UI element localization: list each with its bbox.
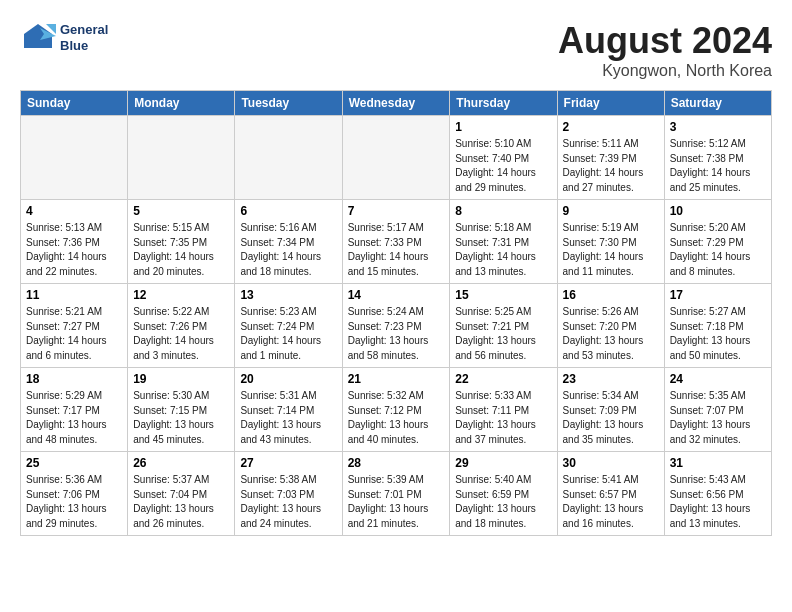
calendar-cell: 30Sunrise: 5:41 AM Sunset: 6:57 PM Dayli… <box>557 452 664 536</box>
day-info: Sunrise: 5:38 AM Sunset: 7:03 PM Dayligh… <box>240 473 336 531</box>
day-info: Sunrise: 5:18 AM Sunset: 7:31 PM Dayligh… <box>455 221 551 279</box>
weekday-header: Wednesday <box>342 91 450 116</box>
logo-icon <box>20 20 56 56</box>
calendar-cell: 22Sunrise: 5:33 AM Sunset: 7:11 PM Dayli… <box>450 368 557 452</box>
day-number: 13 <box>240 288 336 302</box>
calendar-cell: 15Sunrise: 5:25 AM Sunset: 7:21 PM Dayli… <box>450 284 557 368</box>
day-info: Sunrise: 5:11 AM Sunset: 7:39 PM Dayligh… <box>563 137 659 195</box>
month-title: August 2024 <box>558 20 772 62</box>
calendar-cell: 23Sunrise: 5:34 AM Sunset: 7:09 PM Dayli… <box>557 368 664 452</box>
calendar-cell <box>342 116 450 200</box>
logo-line2: Blue <box>60 38 108 54</box>
day-info: Sunrise: 5:17 AM Sunset: 7:33 PM Dayligh… <box>348 221 445 279</box>
day-info: Sunrise: 5:24 AM Sunset: 7:23 PM Dayligh… <box>348 305 445 363</box>
calendar-table: SundayMondayTuesdayWednesdayThursdayFrid… <box>20 90 772 536</box>
title-block: August 2024 Kyongwon, North Korea <box>558 20 772 80</box>
day-number: 26 <box>133 456 229 470</box>
calendar-cell: 29Sunrise: 5:40 AM Sunset: 6:59 PM Dayli… <box>450 452 557 536</box>
day-info: Sunrise: 5:20 AM Sunset: 7:29 PM Dayligh… <box>670 221 766 279</box>
calendar-cell: 20Sunrise: 5:31 AM Sunset: 7:14 PM Dayli… <box>235 368 342 452</box>
day-number: 29 <box>455 456 551 470</box>
day-number: 2 <box>563 120 659 134</box>
day-info: Sunrise: 5:36 AM Sunset: 7:06 PM Dayligh… <box>26 473 122 531</box>
logo: General Blue <box>20 20 108 56</box>
calendar-cell: 5Sunrise: 5:15 AM Sunset: 7:35 PM Daylig… <box>128 200 235 284</box>
calendar-cell: 21Sunrise: 5:32 AM Sunset: 7:12 PM Dayli… <box>342 368 450 452</box>
logo-line1: General <box>60 22 108 38</box>
day-info: Sunrise: 5:27 AM Sunset: 7:18 PM Dayligh… <box>670 305 766 363</box>
calendar-cell: 26Sunrise: 5:37 AM Sunset: 7:04 PM Dayli… <box>128 452 235 536</box>
day-number: 31 <box>670 456 766 470</box>
calendar-cell: 9Sunrise: 5:19 AM Sunset: 7:30 PM Daylig… <box>557 200 664 284</box>
day-info: Sunrise: 5:43 AM Sunset: 6:56 PM Dayligh… <box>670 473 766 531</box>
day-number: 18 <box>26 372 122 386</box>
calendar-cell <box>21 116 128 200</box>
day-info: Sunrise: 5:10 AM Sunset: 7:40 PM Dayligh… <box>455 137 551 195</box>
day-info: Sunrise: 5:35 AM Sunset: 7:07 PM Dayligh… <box>670 389 766 447</box>
calendar-cell: 18Sunrise: 5:29 AM Sunset: 7:17 PM Dayli… <box>21 368 128 452</box>
day-number: 8 <box>455 204 551 218</box>
calendar-cell: 12Sunrise: 5:22 AM Sunset: 7:26 PM Dayli… <box>128 284 235 368</box>
day-number: 17 <box>670 288 766 302</box>
day-number: 30 <box>563 456 659 470</box>
day-info: Sunrise: 5:19 AM Sunset: 7:30 PM Dayligh… <box>563 221 659 279</box>
calendar-cell: 25Sunrise: 5:36 AM Sunset: 7:06 PM Dayli… <box>21 452 128 536</box>
day-number: 20 <box>240 372 336 386</box>
day-info: Sunrise: 5:21 AM Sunset: 7:27 PM Dayligh… <box>26 305 122 363</box>
calendar-week-row: 11Sunrise: 5:21 AM Sunset: 7:27 PM Dayli… <box>21 284 772 368</box>
day-number: 14 <box>348 288 445 302</box>
day-info: Sunrise: 5:25 AM Sunset: 7:21 PM Dayligh… <box>455 305 551 363</box>
day-info: Sunrise: 5:22 AM Sunset: 7:26 PM Dayligh… <box>133 305 229 363</box>
day-info: Sunrise: 5:29 AM Sunset: 7:17 PM Dayligh… <box>26 389 122 447</box>
calendar-cell: 3Sunrise: 5:12 AM Sunset: 7:38 PM Daylig… <box>664 116 771 200</box>
calendar-cell: 28Sunrise: 5:39 AM Sunset: 7:01 PM Dayli… <box>342 452 450 536</box>
day-number: 3 <box>670 120 766 134</box>
day-info: Sunrise: 5:39 AM Sunset: 7:01 PM Dayligh… <box>348 473 445 531</box>
day-number: 27 <box>240 456 336 470</box>
calendar-week-row: 1Sunrise: 5:10 AM Sunset: 7:40 PM Daylig… <box>21 116 772 200</box>
weekday-header: Thursday <box>450 91 557 116</box>
day-info: Sunrise: 5:31 AM Sunset: 7:14 PM Dayligh… <box>240 389 336 447</box>
calendar-cell: 19Sunrise: 5:30 AM Sunset: 7:15 PM Dayli… <box>128 368 235 452</box>
day-number: 1 <box>455 120 551 134</box>
day-info: Sunrise: 5:26 AM Sunset: 7:20 PM Dayligh… <box>563 305 659 363</box>
weekday-header: Monday <box>128 91 235 116</box>
day-info: Sunrise: 5:41 AM Sunset: 6:57 PM Dayligh… <box>563 473 659 531</box>
calendar-cell: 31Sunrise: 5:43 AM Sunset: 6:56 PM Dayli… <box>664 452 771 536</box>
day-number: 19 <box>133 372 229 386</box>
day-info: Sunrise: 5:30 AM Sunset: 7:15 PM Dayligh… <box>133 389 229 447</box>
calendar-cell: 14Sunrise: 5:24 AM Sunset: 7:23 PM Dayli… <box>342 284 450 368</box>
calendar-week-row: 18Sunrise: 5:29 AM Sunset: 7:17 PM Dayli… <box>21 368 772 452</box>
day-number: 7 <box>348 204 445 218</box>
weekday-header: Friday <box>557 91 664 116</box>
day-info: Sunrise: 5:12 AM Sunset: 7:38 PM Dayligh… <box>670 137 766 195</box>
day-number: 28 <box>348 456 445 470</box>
page-header: General Blue August 2024 Kyongwon, North… <box>20 20 772 80</box>
calendar-cell: 10Sunrise: 5:20 AM Sunset: 7:29 PM Dayli… <box>664 200 771 284</box>
day-number: 12 <box>133 288 229 302</box>
day-info: Sunrise: 5:15 AM Sunset: 7:35 PM Dayligh… <box>133 221 229 279</box>
calendar-cell: 17Sunrise: 5:27 AM Sunset: 7:18 PM Dayli… <box>664 284 771 368</box>
day-number: 16 <box>563 288 659 302</box>
calendar-week-row: 25Sunrise: 5:36 AM Sunset: 7:06 PM Dayli… <box>21 452 772 536</box>
weekday-header: Tuesday <box>235 91 342 116</box>
calendar-week-row: 4Sunrise: 5:13 AM Sunset: 7:36 PM Daylig… <box>21 200 772 284</box>
day-info: Sunrise: 5:34 AM Sunset: 7:09 PM Dayligh… <box>563 389 659 447</box>
calendar-cell <box>235 116 342 200</box>
weekday-header: Sunday <box>21 91 128 116</box>
day-number: 10 <box>670 204 766 218</box>
day-number: 6 <box>240 204 336 218</box>
day-number: 23 <box>563 372 659 386</box>
day-number: 4 <box>26 204 122 218</box>
calendar-cell: 6Sunrise: 5:16 AM Sunset: 7:34 PM Daylig… <box>235 200 342 284</box>
day-number: 25 <box>26 456 122 470</box>
day-info: Sunrise: 5:23 AM Sunset: 7:24 PM Dayligh… <box>240 305 336 363</box>
calendar-cell: 4Sunrise: 5:13 AM Sunset: 7:36 PM Daylig… <box>21 200 128 284</box>
calendar-cell: 8Sunrise: 5:18 AM Sunset: 7:31 PM Daylig… <box>450 200 557 284</box>
day-number: 5 <box>133 204 229 218</box>
day-number: 15 <box>455 288 551 302</box>
day-info: Sunrise: 5:40 AM Sunset: 6:59 PM Dayligh… <box>455 473 551 531</box>
day-number: 24 <box>670 372 766 386</box>
calendar-cell: 11Sunrise: 5:21 AM Sunset: 7:27 PM Dayli… <box>21 284 128 368</box>
day-info: Sunrise: 5:33 AM Sunset: 7:11 PM Dayligh… <box>455 389 551 447</box>
